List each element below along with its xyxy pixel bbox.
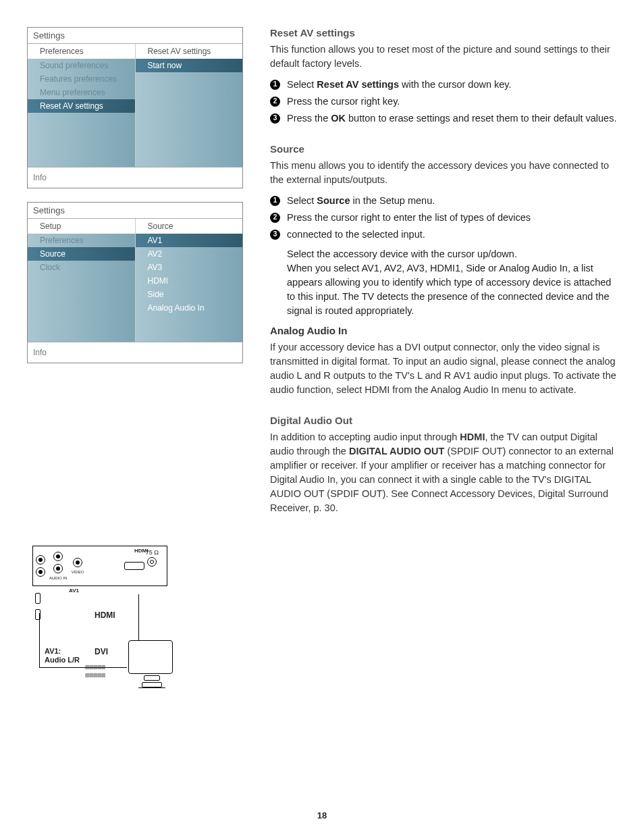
section-title: Source (270, 143, 617, 155)
rca-jack-icon (53, 564, 63, 573)
section-intro: This menu allows you to identify the acc… (270, 159, 617, 187)
monitor-icon (128, 640, 176, 694)
panel-right-head: Reset AV settings (136, 44, 243, 59)
section-source: Source This menu allows you to identify … (270, 143, 617, 397)
menu-item[interactable] (136, 113, 243, 126)
panel-left-head: Setup (28, 219, 135, 234)
section-note: Select the accessory device with the cur… (287, 247, 617, 261)
rca-jack-icon (36, 555, 45, 565)
step-item: 2 Press the cursor right to enter the li… (270, 211, 617, 225)
menu-item[interactable]: Menu preferences (28, 86, 135, 99)
page-number: 18 (0, 810, 644, 820)
section-title: Digital Audio Out (270, 415, 617, 426)
section-intro: This function allows you to reset most o… (270, 43, 617, 71)
menu-item[interactable] (28, 315, 135, 328)
settings-panel-reset: Settings Preferences Sound preferencesFe… (27, 27, 243, 188)
rca-jack-icon (36, 567, 45, 577)
step-badge-2: 2 (270, 97, 280, 107)
menu-item[interactable]: Side (136, 288, 243, 301)
menu-item[interactable]: AV2 (136, 247, 243, 261)
rca-jack-icon (53, 552, 63, 561)
step-item: 1 Select Reset AV settings with the curs… (270, 78, 617, 92)
menu-item[interactable] (28, 140, 135, 153)
step-badge-3: 3 (270, 230, 280, 240)
menu-item[interactable] (28, 274, 135, 288)
panel-footer: Info (28, 342, 242, 363)
menu-item[interactable]: AV1 (136, 234, 243, 247)
section-title: Reset AV settings (270, 27, 617, 38)
menu-item[interactable]: Reset AV settings (28, 99, 135, 113)
menu-item[interactable] (136, 72, 243, 86)
menu-item[interactable]: AV3 (136, 261, 243, 274)
menu-item[interactable]: Features preferences (28, 72, 135, 86)
menu-item[interactable] (28, 126, 135, 140)
subsection-title: Analog Audio In (270, 325, 617, 336)
menu-item[interactable] (28, 288, 135, 301)
rca-jack-icon (73, 558, 82, 567)
menu-item[interactable] (136, 153, 243, 167)
panel-footer: Info (28, 167, 242, 188)
panel-left-head: Preferences (28, 44, 135, 59)
menu-item[interactable]: Analog Audio In (136, 301, 243, 315)
settings-panel-source: Settings Setup PreferencesSourceClock So… (27, 202, 243, 363)
panel-title: Settings (28, 203, 242, 219)
menu-item[interactable] (136, 86, 243, 99)
step-item: 3 Press the OK button to erase settings … (270, 111, 617, 126)
section-body: In addition to accepting audio input thr… (270, 430, 617, 515)
step-item: 2 Press the cursor right key. (270, 95, 617, 109)
step-badge-1: 1 (270, 80, 280, 90)
menu-item[interactable] (28, 153, 135, 167)
menu-item[interactable] (136, 140, 243, 153)
menu-item[interactable] (136, 328, 243, 342)
menu-item[interactable] (136, 99, 243, 113)
step-item: 1 Select Source in the Setup menu. (270, 194, 617, 208)
menu-item[interactable] (28, 113, 135, 126)
menu-item[interactable] (136, 126, 243, 140)
menu-item[interactable] (28, 301, 135, 315)
section-digital-audio: Digital Audio Out In addition to accepti… (270, 415, 617, 515)
step-item: 3 connected to the selected input. (270, 228, 617, 242)
tv-back-panel: AUDIO IN VIDEO HDMI 75 Ω (32, 546, 167, 586)
menu-item[interactable]: Sound preferences (28, 59, 135, 72)
connection-diagram: AUDIO IN VIDEO HDMI 75 Ω AV1 (27, 546, 196, 735)
menu-item[interactable] (136, 315, 243, 328)
menu-item[interactable]: Source (28, 247, 135, 261)
menu-item[interactable] (28, 328, 135, 342)
av1-label: AV1 (69, 588, 79, 594)
step-badge-2: 2 (270, 213, 280, 223)
antenna-jack-icon (147, 557, 157, 567)
section-reset-av: Reset AV settings This function allows y… (270, 27, 617, 126)
av-audio-label: AV1: Audio L/R (45, 647, 80, 664)
panel-right-head: Source (136, 219, 243, 234)
section-body: If your accessory device has a DVI outpu… (270, 340, 617, 397)
hdmi-label: HDMI (95, 610, 115, 620)
dvi-label: DVI (95, 647, 108, 656)
hdmi-port-icon (124, 562, 144, 570)
menu-item[interactable]: HDMI (136, 274, 243, 288)
menu-item[interactable]: Start now (136, 59, 243, 72)
panel-title: Settings (28, 28, 242, 44)
menu-item[interactable]: Clock (28, 261, 135, 274)
impedance-label: 75 Ω (146, 549, 159, 567)
step-badge-3: 3 (270, 113, 280, 124)
step-badge-1: 1 (270, 196, 280, 206)
menu-item[interactable]: Preferences (28, 234, 135, 247)
section-note: When you select AV1, AV2, AV3, HDMI1, Si… (287, 261, 617, 318)
